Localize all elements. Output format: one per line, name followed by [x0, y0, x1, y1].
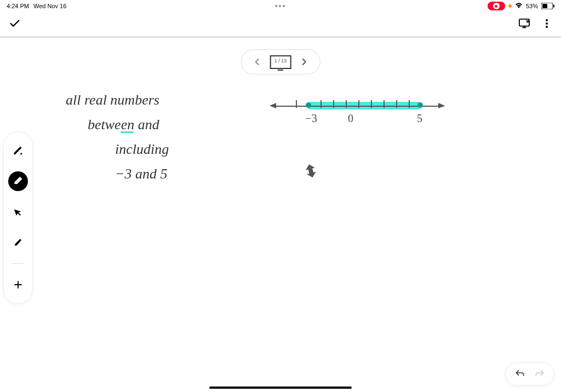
next-page-button[interactable] — [293, 53, 315, 71]
battery-icon — [541, 3, 554, 9]
highlighter-tool-button[interactable] — [8, 233, 28, 252]
cast-button[interactable] — [518, 18, 530, 31]
page-navigator: 1 / 13 — [241, 49, 320, 74]
tick-mark — [383, 100, 385, 108]
svg-point-4 — [546, 19, 548, 21]
number-line-label-left: −3 — [305, 112, 317, 125]
svg-rect-2 — [553, 5, 554, 8]
tick-mark — [358, 100, 359, 108]
tick-mark — [296, 100, 297, 108]
tool-panel — [3, 131, 33, 304]
tick-mark — [396, 100, 397, 108]
cursor-stroke-mark: ⬍ — [302, 160, 320, 182]
number-line-label-right: 5 — [417, 112, 422, 125]
closed-endpoint-left — [306, 102, 311, 108]
home-indicator[interactable] — [209, 387, 352, 389]
undo-button[interactable] — [514, 368, 525, 379]
content-separator — [0, 36, 561, 37]
page-count-display[interactable]: 1 / 13 — [270, 55, 291, 69]
teal-underline-mark — [121, 131, 134, 133]
battery-percent: 53% — [526, 3, 538, 9]
screen-recording-indicator[interactable] — [488, 2, 505, 10]
handwriting-line-2: between and — [88, 112, 159, 138]
arrow-right-icon — [438, 103, 445, 108]
handwriting-line-1: all real numbers — [66, 88, 159, 113]
svg-point-7 — [20, 153, 22, 154]
drawing-canvas[interactable]: all real numbers between and including −… — [33, 77, 550, 359]
svg-point-6 — [546, 26, 548, 28]
pen-tool-button[interactable] — [8, 141, 28, 160]
tick-mark — [371, 100, 372, 108]
tick-mark — [320, 100, 322, 108]
tick-mark — [409, 100, 410, 108]
mic-in-use-icon — [508, 4, 512, 8]
multitask-dots-icon[interactable]: ••• — [275, 2, 287, 10]
tick-mark — [333, 100, 334, 108]
number-line-label-mid: 0 — [348, 112, 353, 125]
svg-rect-1 — [542, 4, 547, 8]
redo-button[interactable] — [534, 368, 545, 379]
eraser-tool-button[interactable] — [8, 171, 28, 191]
status-time: 4:24 PM — [7, 3, 29, 9]
status-bar: 4:24 PM Wed Nov 16 ••• 53% — [0, 0, 561, 12]
more-options-button[interactable] — [541, 18, 552, 31]
handwriting-line-3: including — [115, 137, 169, 163]
undo-redo-panel — [505, 362, 554, 385]
tool-divider — [12, 263, 25, 264]
svg-rect-3 — [519, 19, 529, 26]
prev-page-button[interactable] — [246, 53, 268, 71]
pointer-tool-button[interactable] — [8, 202, 28, 222]
add-tool-button[interactable] — [8, 275, 28, 295]
closed-endpoint-right — [417, 102, 423, 108]
top-toolbar — [0, 12, 561, 38]
tick-mark — [346, 100, 347, 108]
handwriting-line-4: −3 and 5 — [115, 162, 168, 187]
wifi-icon — [515, 3, 523, 10]
done-button[interactable] — [9, 18, 21, 32]
svg-point-5 — [546, 22, 548, 25]
status-date: Wed Nov 16 — [33, 3, 66, 9]
